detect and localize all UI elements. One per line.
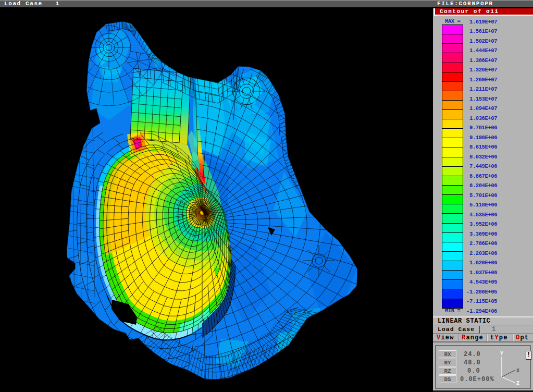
svg-text:X: X [516,368,519,374]
svg-text:Y: Y [500,351,503,357]
svg-text:Z: Z [516,381,519,386]
